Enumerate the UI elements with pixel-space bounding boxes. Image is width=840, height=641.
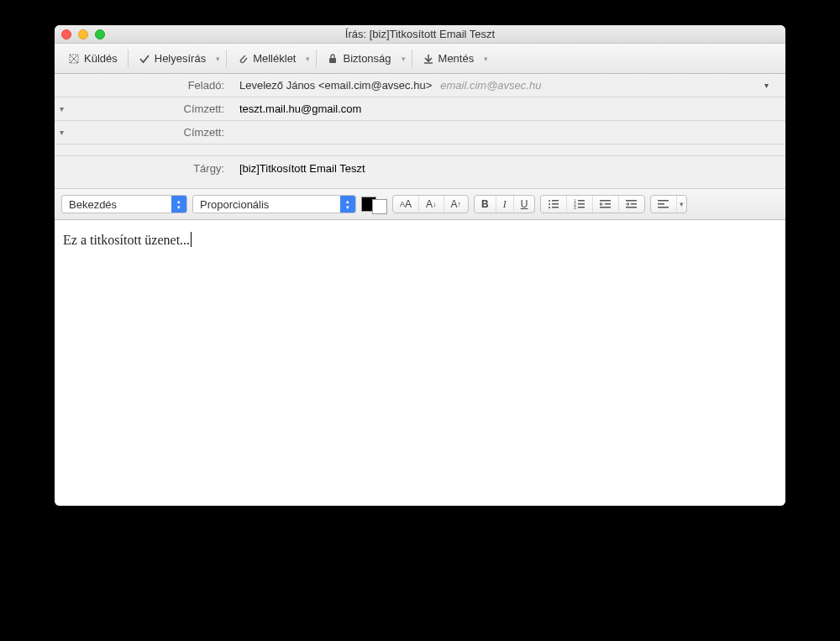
font-size-group: AA A↓ A↑ — [392, 195, 469, 213]
message-body[interactable]: Ez a titkosított üzenet... — [55, 220, 785, 506]
toolbar-separator — [316, 50, 317, 68]
svg-rect-15 — [605, 203, 611, 205]
close-icon[interactable] — [61, 29, 71, 39]
paragraph-select[interactable]: Bekezdés ▴▾ — [61, 195, 187, 213]
from-hint: email.cim@avsec.hu — [440, 79, 541, 92]
from-value: Levelező János <email.cim@avsec.hu> — [239, 79, 432, 92]
field-picker-icon[interactable]: ▾ — [55, 128, 66, 137]
svg-rect-21 — [658, 203, 664, 205]
svg-rect-20 — [658, 200, 669, 202]
bullet-list-button[interactable] — [541, 196, 567, 213]
stepper-icon: ▴▾ — [340, 196, 355, 213]
text-style-group: B I U — [474, 195, 535, 213]
svg-rect-9 — [578, 200, 585, 202]
from-select[interactable]: Levelező János <email.cim@avsec.hu> emai… — [231, 79, 785, 92]
field-picker-icon[interactable]: ▾ — [55, 104, 66, 113]
align-group: ▾ — [650, 195, 687, 213]
format-toolbar: Bekezdés ▴▾ Proporcionális ▴▾ AA A↓ A↑ B… — [55, 189, 785, 220]
svg-rect-7 — [552, 207, 559, 208]
toolbar-separator — [412, 50, 412, 68]
decrease-size2-button[interactable]: A↓ — [419, 196, 444, 213]
spellcheck-label: Helyesírás — [155, 52, 206, 65]
svg-rect-17 — [626, 200, 637, 202]
chevron-down-icon: ▾ — [764, 81, 777, 90]
svg-rect-19 — [626, 207, 637, 208]
attach-label: Melléklet — [253, 52, 296, 65]
to2-row: ▾ Címzett: — [55, 121, 785, 144]
align-dropdown[interactable]: ▾ — [677, 196, 686, 213]
outdent-button[interactable] — [593, 196, 619, 213]
svg-rect-11 — [578, 203, 585, 205]
toolbar-separator — [226, 50, 227, 68]
indent-button[interactable] — [619, 196, 644, 213]
body-text: Ez a titkosított üzenet... — [63, 233, 190, 247]
window-controls — [61, 29, 105, 39]
svg-rect-18 — [631, 203, 637, 205]
maximize-icon[interactable] — [95, 29, 105, 39]
from-row: Feladó: Levelező János <email.cim@avsec.… — [55, 74, 785, 97]
main-toolbar: Küldés Helyesírás ▾ Melléklet ▾ Biztonsá… — [55, 44, 785, 74]
to2-field[interactable] — [239, 126, 777, 139]
paragraph-value: Bekezdés — [62, 198, 123, 211]
toolbar-separator — [128, 50, 129, 68]
font-select[interactable]: Proporcionális ▴▾ — [192, 195, 356, 213]
attach-button[interactable]: Melléklet — [230, 49, 302, 68]
spellcheck-button[interactable]: Helyesírás — [132, 49, 213, 68]
send-label: Küldés — [84, 52, 118, 65]
color-picker[interactable] — [361, 194, 387, 214]
send-button[interactable]: Küldés — [61, 49, 124, 68]
to-field[interactable] — [239, 102, 777, 115]
security-dropdown[interactable]: ▾ — [400, 55, 408, 63]
titlebar: Írás: [biz]Titkosított Email Teszt — [55, 25, 785, 44]
message-headers: Feladó: Levelező János <email.cim@avsec.… — [55, 74, 785, 189]
to-label: Címzett: — [184, 102, 224, 115]
paperclip-icon — [237, 53, 249, 65]
italic-button[interactable]: I — [496, 196, 514, 213]
svg-point-4 — [549, 203, 550, 205]
window-title: Írás: [biz]Titkosított Email Teszt — [55, 28, 785, 40]
align-left-button[interactable] — [651, 196, 677, 213]
svg-point-2 — [549, 200, 550, 202]
stepper-icon: ▴▾ — [171, 196, 186, 213]
security-button[interactable]: Biztonság — [320, 49, 397, 68]
save-dropdown[interactable]: ▾ — [482, 55, 491, 63]
svg-rect-16 — [600, 207, 611, 208]
subject-row: Tárgy: — [55, 156, 785, 180]
svg-rect-14 — [600, 200, 611, 202]
text-cursor — [191, 232, 192, 247]
svg-point-6 — [549, 207, 550, 208]
increase-size-button[interactable]: A↑ — [444, 196, 469, 213]
number-list-button[interactable]: 123 — [567, 196, 593, 213]
send-icon — [68, 53, 80, 65]
spellcheck-dropdown[interactable]: ▾ — [214, 55, 223, 63]
background-swatch — [372, 199, 387, 214]
svg-text:3: 3 — [574, 205, 576, 209]
svg-rect-5 — [552, 203, 559, 205]
check-icon — [139, 53, 150, 65]
header-spacer — [55, 144, 785, 156]
to2-label: Címzett: — [184, 126, 224, 139]
list-indent-group: 123 — [540, 195, 645, 213]
bold-button[interactable]: B — [475, 196, 496, 213]
subject-field[interactable] — [239, 162, 777, 175]
compose-window: Írás: [biz]Titkosított Email Teszt Küldé… — [55, 25, 785, 506]
svg-rect-3 — [552, 200, 559, 202]
to-row: ▾ Címzett: — [55, 97, 785, 121]
svg-rect-13 — [578, 207, 585, 208]
subject-label: Tárgy: — [193, 162, 224, 175]
svg-rect-1 — [329, 58, 336, 63]
svg-rect-22 — [658, 207, 669, 208]
font-value: Proporcionális — [193, 198, 276, 211]
attach-dropdown[interactable]: ▾ — [304, 55, 312, 63]
decrease-size-button[interactable]: AA — [393, 196, 419, 213]
minimize-icon[interactable] — [78, 29, 88, 39]
save-label: Mentés — [438, 52, 475, 65]
lock-icon — [327, 53, 339, 65]
security-label: Biztonság — [343, 52, 391, 65]
underline-button[interactable]: U — [514, 196, 535, 213]
save-button[interactable]: Mentés — [416, 49, 481, 68]
download-icon — [423, 53, 434, 65]
from-label: Feladó: — [188, 79, 224, 92]
